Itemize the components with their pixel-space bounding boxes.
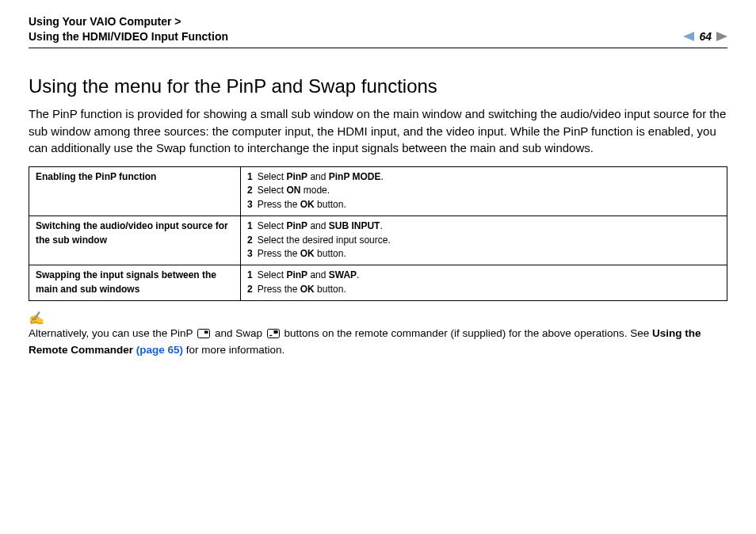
page-content: Using the menu for the PinP and Swap fun… (29, 48, 727, 358)
table-row: Switching the audio/video input source f… (29, 216, 727, 265)
note-page-link[interactable]: (page 65) (136, 344, 183, 356)
step-line: 1Select PinP and SUB INPUT. (247, 219, 720, 233)
functions-table: Enabling the PinP function1Select PinP a… (29, 166, 727, 301)
note-paragraph: Alternatively, you can use the PinP and … (29, 326, 727, 358)
note-text-pre: Alternatively, you can use the PinP (29, 327, 196, 339)
page-nav: 64 (683, 30, 727, 44)
table-row-steps: 1Select PinP and PinP MODE.2Select ON mo… (241, 167, 727, 216)
table-row-steps: 1Select PinP and SWAP.2Press the OK butt… (241, 265, 727, 301)
page-title: Using the menu for the PinP and Swap fun… (29, 75, 727, 97)
step-line: 2Select the desired input source. (247, 234, 720, 247)
table-row-steps: 1Select PinP and SUB INPUT.2Select the d… (241, 216, 727, 265)
page-number: 64 (699, 30, 712, 43)
note-text-post2: for more information. (183, 344, 284, 356)
table-row-label: Enabling the PinP function (29, 167, 241, 216)
step-line: 3Press the OK button. (247, 247, 720, 261)
note-icon: ✍ (29, 312, 727, 325)
step-line: 2Select ON mode. (247, 184, 720, 197)
page-header: Using Your VAIO Computer > Using the HDM… (29, 14, 727, 48)
breadcrumb-subsection[interactable]: Using the HDMI/VIDEO Input Function (29, 29, 228, 44)
note-text-post1: buttons on the remote commander (if supp… (281, 327, 652, 339)
document-page: Using Your VAIO Computer > Using the HDM… (0, 0, 756, 534)
step-line: 3Press the OK button. (247, 198, 720, 212)
prev-page-icon[interactable] (683, 31, 694, 42)
table-row: Enabling the PinP function1Select PinP a… (29, 167, 727, 216)
swap-button-icon (267, 328, 280, 343)
table-row: Swapping the input signals between the m… (29, 265, 727, 301)
table-row-label: Swapping the input signals between the m… (29, 265, 241, 301)
step-line: 1Select PinP and PinP MODE. (247, 170, 720, 184)
next-page-icon[interactable] (716, 31, 727, 42)
step-line: 2Press the OK button. (247, 283, 720, 296)
step-line: 1Select PinP and SWAP. (247, 269, 720, 282)
svg-marker-0 (683, 32, 694, 41)
pinp-button-icon (197, 328, 210, 343)
note-text-mid: and Swap (212, 327, 265, 339)
svg-rect-3 (204, 331, 208, 334)
svg-marker-1 (716, 32, 727, 41)
breadcrumb: Using Your VAIO Computer > Using the HDM… (29, 14, 228, 44)
breadcrumb-section[interactable]: Using Your VAIO Computer > (29, 14, 228, 29)
table-row-label: Switching the audio/video input source f… (29, 216, 241, 265)
svg-rect-5 (273, 330, 277, 334)
intro-paragraph: The PinP function is provided for showin… (29, 105, 727, 157)
